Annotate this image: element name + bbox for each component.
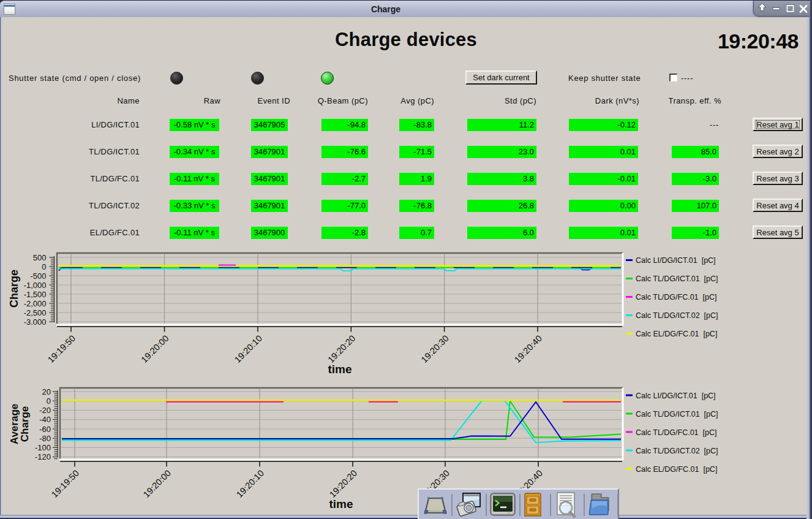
svg-text:19:20:10: 19:20:10	[235, 468, 266, 499]
svg-text:time: time	[329, 498, 353, 510]
svg-text:-2,000: -2,000	[24, 299, 47, 308]
svg-text:-1,000: -1,000	[24, 281, 47, 290]
svg-text:-1,500: -1,500	[24, 290, 47, 299]
svg-text:19:20:10: 19:20:10	[233, 333, 264, 365]
svg-text:Calc EL/DG/FC.01 [pC]: Calc EL/DG/FC.01 [pC]	[636, 465, 717, 474]
svg-text:500: 500	[33, 253, 47, 262]
svg-text:Charge: Charge	[19, 406, 31, 442]
svg-text:-100: -100	[35, 443, 51, 452]
svg-text:19:20:00: 19:20:00	[139, 333, 170, 365]
svg-text:-80: -80	[39, 434, 51, 443]
svg-text:19:20:00: 19:20:00	[141, 468, 173, 499]
svg-text:Calc LI/DG/ICT.01 [pC]: Calc LI/DG/ICT.01 [pC]	[636, 392, 716, 400]
svg-text:0: 0	[42, 262, 46, 271]
svg-text:Calc LI/DG/ICT.01 [pC]: Calc LI/DG/ICT.01 [pC]	[636, 256, 716, 265]
svg-text:Calc TL/DG/ICT.02 [pC]: Calc TL/DG/ICT.02 [pC]	[636, 311, 718, 320]
svg-text:20: 20	[42, 387, 51, 396]
svg-text:Calc TL/DG/ICT.01 [pC]: Calc TL/DG/ICT.01 [pC]	[636, 275, 718, 283]
svg-text:-120: -120	[35, 452, 51, 461]
svg-text:-3.000: -3.000	[24, 317, 47, 327]
svg-text:-40: -40	[39, 415, 51, 424]
svg-text:-500: -500	[30, 271, 46, 281]
svg-text:Calc TL/DG/ICT.02 [pC]: Calc TL/DG/ICT.02 [pC]	[636, 447, 718, 455]
svg-text:Calc TL/DG/ICT.01 [pC]: Calc TL/DG/ICT.01 [pC]	[636, 410, 718, 419]
svg-text:Calc TL/DG/FC.01 [pC]: Calc TL/DG/FC.01 [pC]	[636, 293, 716, 301]
svg-text:19:19:50: 19:19:50	[50, 468, 81, 499]
svg-text:19:20:20: 19:20:20	[326, 333, 357, 365]
svg-text:-60: -60	[39, 425, 51, 434]
svg-text:19:20:20: 19:20:20	[328, 468, 359, 499]
svg-text:Calc TL/DG/FC.01 [pC]: Calc TL/DG/FC.01 [pC]	[636, 428, 716, 437]
svg-text:19:20:40: 19:20:40	[513, 333, 544, 365]
svg-text:19:20:30: 19:20:30	[419, 333, 450, 365]
svg-text:0: 0	[47, 396, 51, 406]
svg-text:19:19:50: 19:19:50	[46, 333, 77, 365]
svg-text:-2,500: -2,500	[24, 308, 47, 317]
svg-text:-20: -20	[39, 406, 51, 415]
svg-text:time: time	[328, 363, 351, 376]
svg-text:Charge: Charge	[8, 270, 20, 308]
svg-text:Calc EL/DG/FC.01 [pC]: Calc EL/DG/FC.01 [pC]	[636, 330, 717, 338]
